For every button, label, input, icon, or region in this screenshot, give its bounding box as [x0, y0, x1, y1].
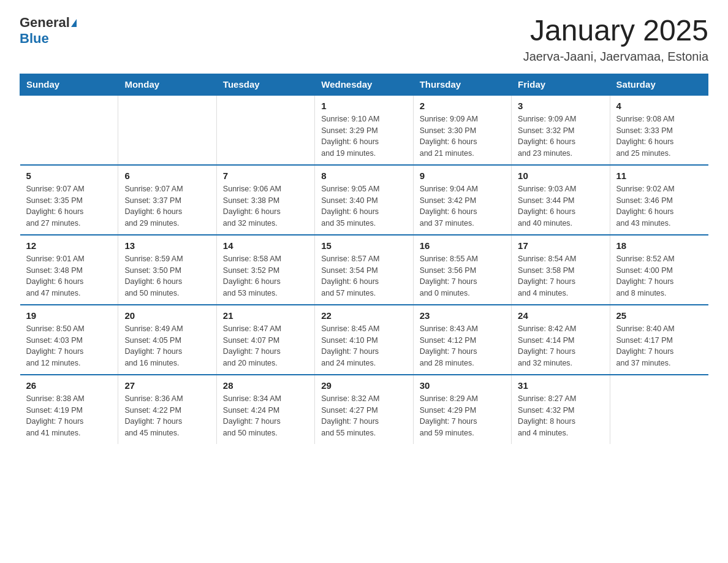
day-info: Sunrise: 8:57 AM Sunset: 3:54 PM Dayligh…: [321, 253, 406, 299]
day-number: 10: [518, 170, 603, 181]
day-cell-4-5: 31Sunrise: 8:27 AM Sunset: 4:32 PM Dayli…: [512, 375, 610, 444]
day-info: Sunrise: 8:27 AM Sunset: 4:32 PM Dayligh…: [518, 393, 603, 439]
day-number: 25: [616, 310, 702, 321]
day-info: Sunrise: 8:32 AM Sunset: 4:27 PM Dayligh…: [321, 393, 406, 439]
day-info: Sunrise: 8:50 AM Sunset: 4:03 PM Dayligh…: [26, 323, 112, 369]
header-tuesday: Tuesday: [216, 74, 314, 95]
day-cell-0-1: [118, 95, 216, 165]
day-number: 4: [616, 101, 702, 111]
day-number: 13: [124, 240, 210, 251]
day-info: Sunrise: 8:52 AM Sunset: 4:00 PM Dayligh…: [616, 253, 702, 299]
day-number: 3: [518, 101, 603, 111]
day-cell-1-3: 8Sunrise: 9:05 AM Sunset: 3:40 PM Daylig…: [315, 165, 413, 235]
day-cell-2-0: 12Sunrise: 9:01 AM Sunset: 3:48 PM Dayli…: [20, 235, 118, 305]
day-info: Sunrise: 9:02 AM Sunset: 3:46 PM Dayligh…: [616, 183, 702, 229]
title-block: January 2025 Jaerva-Jaani, Jaervamaa, Es…: [523, 15, 708, 64]
day-info: Sunrise: 8:54 AM Sunset: 3:58 PM Dayligh…: [518, 253, 603, 299]
day-number: 18: [616, 240, 702, 251]
day-info: Sunrise: 8:55 AM Sunset: 3:56 PM Dayligh…: [420, 253, 505, 299]
day-info: Sunrise: 9:10 AM Sunset: 3:29 PM Dayligh…: [321, 113, 406, 159]
day-number: 5: [26, 170, 112, 181]
day-cell-1-1: 6Sunrise: 9:07 AM Sunset: 3:37 PM Daylig…: [118, 165, 216, 235]
day-cell-1-5: 10Sunrise: 9:03 AM Sunset: 3:44 PM Dayli…: [512, 165, 610, 235]
day-info: Sunrise: 8:36 AM Sunset: 4:22 PM Dayligh…: [124, 393, 210, 439]
day-cell-2-3: 15Sunrise: 8:57 AM Sunset: 3:54 PM Dayli…: [315, 235, 413, 305]
day-number: 28: [223, 380, 308, 391]
day-number: 12: [26, 240, 112, 251]
header-sunday: Sunday: [20, 74, 118, 95]
day-cell-0-2: [216, 95, 314, 165]
day-cell-4-4: 30Sunrise: 8:29 AM Sunset: 4:29 PM Dayli…: [413, 375, 511, 444]
day-number: 14: [223, 240, 308, 251]
week-row-5: 26Sunrise: 8:38 AM Sunset: 4:19 PM Dayli…: [20, 375, 708, 444]
location-subtitle: Jaerva-Jaani, Jaervamaa, Estonia: [523, 50, 708, 64]
day-cell-3-3: 22Sunrise: 8:45 AM Sunset: 4:10 PM Dayli…: [315, 305, 413, 375]
day-cell-4-2: 28Sunrise: 8:34 AM Sunset: 4:24 PM Dayli…: [216, 375, 314, 444]
day-cell-0-5: 3Sunrise: 9:09 AM Sunset: 3:32 PM Daylig…: [512, 95, 610, 165]
day-cell-3-1: 20Sunrise: 8:49 AM Sunset: 4:05 PM Dayli…: [118, 305, 216, 375]
day-number: 2: [420, 101, 505, 111]
day-cell-1-4: 9Sunrise: 9:04 AM Sunset: 3:42 PM Daylig…: [413, 165, 511, 235]
day-number: 23: [420, 310, 505, 321]
day-number: 9: [420, 170, 505, 181]
day-cell-4-3: 29Sunrise: 8:32 AM Sunset: 4:27 PM Dayli…: [315, 375, 413, 444]
day-info: Sunrise: 8:29 AM Sunset: 4:29 PM Dayligh…: [420, 393, 505, 439]
day-cell-4-6: [610, 375, 708, 444]
day-info: Sunrise: 8:42 AM Sunset: 4:14 PM Dayligh…: [518, 323, 603, 369]
day-info: Sunrise: 9:03 AM Sunset: 3:44 PM Dayligh…: [518, 183, 603, 229]
header-friday: Friday: [512, 74, 610, 95]
weekday-header-row: Sunday Monday Tuesday Wednesday Thursday…: [20, 74, 708, 95]
day-number: 15: [321, 240, 406, 251]
day-cell-1-6: 11Sunrise: 9:02 AM Sunset: 3:46 PM Dayli…: [610, 165, 708, 235]
day-info: Sunrise: 9:08 AM Sunset: 3:33 PM Dayligh…: [616, 113, 702, 159]
page-header: General Blue January 2025 Jaerva-Jaani, …: [20, 15, 708, 64]
day-info: Sunrise: 8:43 AM Sunset: 4:12 PM Dayligh…: [420, 323, 505, 369]
header-wednesday: Wednesday: [315, 74, 413, 95]
day-info: Sunrise: 8:45 AM Sunset: 4:10 PM Dayligh…: [321, 323, 406, 369]
day-info: Sunrise: 9:01 AM Sunset: 3:48 PM Dayligh…: [26, 253, 112, 299]
header-saturday: Saturday: [610, 74, 708, 95]
header-monday: Monday: [118, 74, 216, 95]
day-info: Sunrise: 9:07 AM Sunset: 3:35 PM Dayligh…: [26, 183, 112, 229]
day-cell-0-0: [20, 95, 118, 165]
day-info: Sunrise: 9:04 AM Sunset: 3:42 PM Dayligh…: [420, 183, 505, 229]
day-cell-2-2: 14Sunrise: 8:58 AM Sunset: 3:52 PM Dayli…: [216, 235, 314, 305]
day-info: Sunrise: 9:09 AM Sunset: 3:32 PM Dayligh…: [518, 113, 603, 159]
logo-blue: Blue: [20, 31, 49, 46]
day-cell-3-5: 24Sunrise: 8:42 AM Sunset: 4:14 PM Dayli…: [512, 305, 610, 375]
day-info: Sunrise: 8:34 AM Sunset: 4:24 PM Dayligh…: [223, 393, 308, 439]
day-cell-2-4: 16Sunrise: 8:55 AM Sunset: 3:56 PM Dayli…: [413, 235, 511, 305]
day-cell-3-2: 21Sunrise: 8:47 AM Sunset: 4:07 PM Dayli…: [216, 305, 314, 375]
day-number: 29: [321, 380, 406, 391]
day-cell-0-6: 4Sunrise: 9:08 AM Sunset: 3:33 PM Daylig…: [610, 95, 708, 165]
day-number: 19: [26, 310, 112, 321]
day-cell-1-2: 7Sunrise: 9:06 AM Sunset: 3:38 PM Daylig…: [216, 165, 314, 235]
day-number: 7: [223, 170, 308, 181]
day-number: 8: [321, 170, 406, 181]
day-number: 21: [223, 310, 308, 321]
day-number: 30: [420, 380, 505, 391]
week-row-1: 1Sunrise: 9:10 AM Sunset: 3:29 PM Daylig…: [20, 95, 708, 165]
day-info: Sunrise: 8:38 AM Sunset: 4:19 PM Dayligh…: [26, 393, 112, 439]
day-number: 26: [26, 380, 112, 391]
day-cell-1-0: 5Sunrise: 9:07 AM Sunset: 3:35 PM Daylig…: [20, 165, 118, 235]
day-cell-4-1: 27Sunrise: 8:36 AM Sunset: 4:22 PM Dayli…: [118, 375, 216, 444]
day-cell-2-5: 17Sunrise: 8:54 AM Sunset: 3:58 PM Dayli…: [512, 235, 610, 305]
week-row-2: 5Sunrise: 9:07 AM Sunset: 3:35 PM Daylig…: [20, 165, 708, 235]
day-cell-3-4: 23Sunrise: 8:43 AM Sunset: 4:12 PM Dayli…: [413, 305, 511, 375]
header-thursday: Thursday: [413, 74, 511, 95]
day-info: Sunrise: 9:05 AM Sunset: 3:40 PM Dayligh…: [321, 183, 406, 229]
logo-general: General: [20, 15, 70, 30]
day-cell-4-0: 26Sunrise: 8:38 AM Sunset: 4:19 PM Dayli…: [20, 375, 118, 444]
day-number: 16: [420, 240, 505, 251]
calendar-table: Sunday Monday Tuesday Wednesday Thursday…: [20, 74, 708, 444]
day-number: 24: [518, 310, 603, 321]
day-info: Sunrise: 8:47 AM Sunset: 4:07 PM Dayligh…: [223, 323, 308, 369]
day-cell-3-6: 25Sunrise: 8:40 AM Sunset: 4:17 PM Dayli…: [610, 305, 708, 375]
day-cell-2-6: 18Sunrise: 8:52 AM Sunset: 4:00 PM Dayli…: [610, 235, 708, 305]
day-info: Sunrise: 8:58 AM Sunset: 3:52 PM Dayligh…: [223, 253, 308, 299]
day-number: 27: [124, 380, 210, 391]
day-cell-0-4: 2Sunrise: 9:09 AM Sunset: 3:30 PM Daylig…: [413, 95, 511, 165]
week-row-3: 12Sunrise: 9:01 AM Sunset: 3:48 PM Dayli…: [20, 235, 708, 305]
day-info: Sunrise: 8:40 AM Sunset: 4:17 PM Dayligh…: [616, 323, 702, 369]
